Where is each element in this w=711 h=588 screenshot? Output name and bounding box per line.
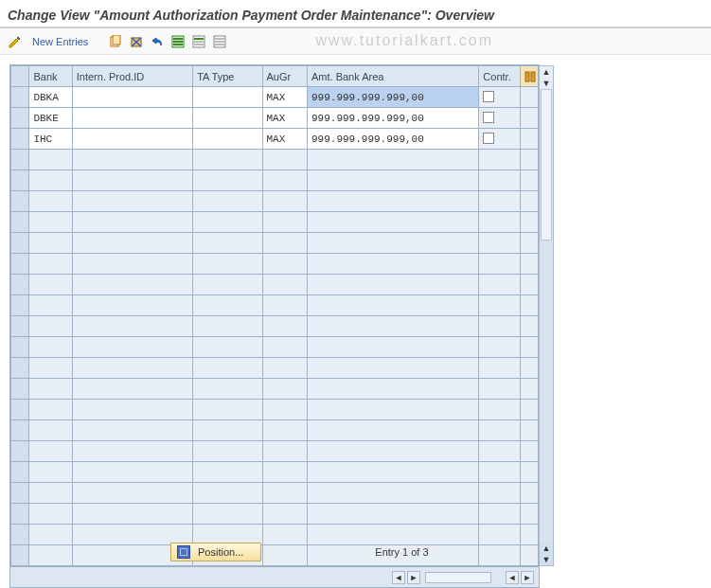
col-header-bank[interactable]: Bank [29, 66, 72, 87]
checkbox[interactable] [483, 133, 494, 144]
cell-empty[interactable] [479, 379, 520, 400]
cell-empty[interactable] [308, 170, 479, 191]
cell-empty[interactable] [29, 316, 72, 337]
deselect-all-icon[interactable] [212, 34, 227, 49]
cell-empty[interactable] [262, 150, 307, 170]
cell-empty[interactable] [72, 316, 192, 337]
cell-empty[interactable] [479, 295, 520, 316]
hscroll-page-right-icon[interactable]: ► [521, 571, 534, 584]
cell-tatype[interactable] [193, 108, 262, 129]
cell-empty[interactable] [72, 233, 192, 254]
row-selector[interactable] [11, 379, 29, 400]
cell-empty[interactable] [29, 504, 72, 525]
row-selector[interactable] [11, 233, 29, 254]
row-selector[interactable] [11, 400, 29, 420]
row-selector[interactable] [11, 108, 29, 129]
delete-icon[interactable] [129, 34, 144, 49]
cell-tatype[interactable] [193, 129, 262, 150]
new-entries-button[interactable]: New Entries [28, 36, 92, 47]
cell-empty[interactable] [29, 462, 72, 483]
cell-empty[interactable] [29, 170, 72, 191]
row-selector[interactable] [11, 275, 29, 295]
cell-empty[interactable] [308, 212, 479, 233]
row-selector[interactable] [11, 150, 29, 170]
row-selector[interactable] [11, 212, 29, 233]
hscroll-left-icon[interactable]: ◄ [392, 571, 405, 584]
vscroll-up-icon[interactable]: ▲ [542, 66, 551, 78]
cell-empty[interactable] [29, 191, 72, 212]
row-selector[interactable] [11, 358, 29, 379]
cell-empty[interactable] [308, 275, 479, 295]
cell-empty[interactable] [72, 295, 192, 316]
col-header-contr[interactable]: Contr. [479, 66, 520, 87]
cell-empty[interactable] [193, 170, 262, 191]
vscroll-track[interactable] [540, 89, 553, 543]
table-settings-icon[interactable] [520, 66, 538, 87]
cell-empty[interactable] [29, 150, 72, 170]
cell-empty[interactable] [29, 337, 72, 358]
row-selector[interactable] [11, 441, 29, 462]
cell-empty[interactable] [29, 275, 72, 295]
cell-empty[interactable] [29, 233, 72, 254]
cell-amt[interactable]: 999.999.999.999,00 [308, 108, 479, 129]
cell-empty[interactable] [308, 400, 479, 420]
vscroll-thumb[interactable] [541, 89, 552, 241]
cell-augr[interactable]: MAX [262, 108, 307, 129]
cell-empty[interactable] [193, 400, 262, 420]
checkbox[interactable] [483, 112, 494, 123]
cell-empty[interactable] [193, 275, 262, 295]
cell-empty[interactable] [72, 212, 192, 233]
cell-amt[interactable]: 999.999.999.999,00 [308, 87, 479, 108]
cell-empty[interactable] [72, 358, 192, 379]
cell-contr[interactable] [479, 129, 520, 150]
cell-empty[interactable] [193, 337, 262, 358]
cell-prod[interactable] [72, 129, 192, 150]
cell-augr[interactable]: MAX [262, 129, 307, 150]
cell-empty[interactable] [479, 504, 520, 525]
cell-empty[interactable] [262, 379, 307, 400]
cell-empty[interactable] [479, 212, 520, 233]
row-selector[interactable] [11, 191, 29, 212]
cell-empty[interactable] [72, 483, 192, 504]
cell-prod[interactable] [72, 108, 192, 129]
cell-empty[interactable] [479, 337, 520, 358]
cell-empty[interactable] [193, 379, 262, 400]
cell-empty[interactable] [72, 379, 192, 400]
cell-empty[interactable] [72, 275, 192, 295]
col-header-prod[interactable]: Intern. Prod.ID [72, 66, 192, 87]
select-all-icon[interactable] [170, 34, 186, 49]
position-button[interactable]: Position... [170, 543, 261, 561]
cell-empty[interactable] [193, 358, 262, 379]
cell-empty[interactable] [308, 295, 479, 316]
cell-empty[interactable] [29, 420, 72, 441]
hscroll-thumb[interactable] [425, 572, 491, 583]
cell-empty[interactable] [479, 316, 520, 337]
cell-empty[interactable] [29, 295, 72, 316]
cell-empty[interactable] [479, 462, 520, 483]
cell-empty[interactable] [308, 379, 479, 400]
vscroll-up2-icon[interactable]: ▼ [542, 78, 551, 89]
cell-empty[interactable] [308, 483, 479, 504]
cell-empty[interactable] [262, 275, 307, 295]
cell-empty[interactable] [29, 254, 72, 275]
row-selector[interactable] [11, 462, 29, 483]
cell-empty[interactable] [262, 212, 307, 233]
cell-empty[interactable] [193, 316, 262, 337]
row-selector[interactable] [11, 87, 29, 108]
cell-empty[interactable] [193, 420, 262, 441]
cell-augr[interactable]: MAX [262, 87, 307, 108]
cell-empty[interactable] [193, 295, 262, 316]
cell-empty[interactable] [262, 191, 307, 212]
cell-empty[interactable] [308, 254, 479, 275]
cell-empty[interactable] [308, 337, 479, 358]
cell-empty[interactable] [72, 420, 192, 441]
cell-empty[interactable] [72, 254, 192, 275]
col-header-amt[interactable]: Amt. Bank Area [308, 66, 479, 87]
cell-empty[interactable] [193, 462, 262, 483]
cell-empty[interactable] [262, 483, 307, 504]
cell-empty[interactable] [479, 170, 520, 191]
cell-empty[interactable] [479, 254, 520, 275]
cell-empty[interactable] [262, 254, 307, 275]
cell-empty[interactable] [479, 233, 520, 254]
cell-empty[interactable] [193, 504, 262, 525]
